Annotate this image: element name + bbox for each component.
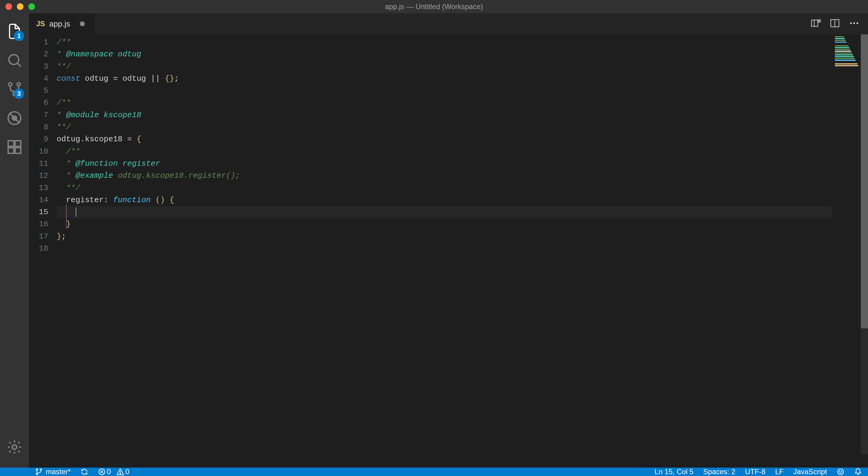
minimap-line bbox=[835, 40, 846, 41]
line-number: 14 bbox=[29, 194, 57, 206]
svg-point-17 bbox=[36, 469, 38, 470]
code-line[interactable]: * @function register bbox=[57, 158, 832, 169]
line-number-gutter: 123456789101112131415161718 bbox=[29, 34, 57, 454]
status-cursor-position[interactable]: Ln 15, Col 5 bbox=[655, 468, 693, 476]
minimap-line bbox=[835, 47, 849, 48]
code-line[interactable]: }; bbox=[57, 230, 832, 243]
line-number: 13 bbox=[29, 182, 57, 194]
smiley-icon bbox=[837, 468, 844, 476]
editor-actions bbox=[810, 13, 868, 34]
activity-source-control[interactable]: 3 bbox=[0, 75, 29, 104]
branch-name: master* bbox=[46, 468, 71, 476]
search-icon bbox=[6, 52, 23, 69]
svg-point-14 bbox=[850, 22, 852, 24]
tab-filename: app.js bbox=[49, 19, 70, 29]
titlebar: app.js — Untitled (Workspace) bbox=[0, 0, 868, 13]
code-line[interactable]: register: function () { bbox=[57, 194, 832, 206]
status-language[interactable]: JavaScript bbox=[793, 468, 827, 476]
status-eol[interactable]: LF bbox=[775, 468, 784, 476]
code-line[interactable] bbox=[57, 243, 832, 255]
svg-point-0 bbox=[9, 55, 19, 64]
minimap-line bbox=[835, 36, 844, 37]
code-line[interactable]: * @example odtug.kscope18.register(); bbox=[57, 169, 832, 182]
line-number: 8 bbox=[29, 121, 57, 133]
git-branch-icon bbox=[35, 468, 43, 476]
close-window-button[interactable] bbox=[5, 3, 12, 10]
line-number: 2 bbox=[29, 48, 57, 60]
svg-point-23 bbox=[839, 471, 840, 472]
svg-point-21 bbox=[120, 473, 121, 474]
minimap-line bbox=[835, 45, 848, 46]
window-title: app.js — Untitled (Workspace) bbox=[385, 2, 483, 11]
code-line[interactable]: /** bbox=[57, 97, 832, 109]
status-notifications[interactable] bbox=[854, 468, 862, 476]
error-count: 0 bbox=[107, 468, 111, 476]
code-area[interactable]: /*** @namespace odtug**/const odtug = od… bbox=[57, 34, 832, 454]
svg-point-10 bbox=[12, 445, 17, 449]
sync-icon bbox=[81, 468, 88, 476]
text-cursor bbox=[76, 208, 76, 217]
code-line[interactable]: odtug.kscope18 = { bbox=[57, 133, 832, 145]
split-editor-icon[interactable] bbox=[830, 18, 840, 30]
bracket-pair-guide bbox=[66, 204, 67, 229]
code-line[interactable]: * @module kscope18 bbox=[57, 109, 832, 121]
status-sync[interactable] bbox=[81, 468, 88, 476]
svg-rect-6 bbox=[8, 141, 14, 147]
code-line[interactable]: /** bbox=[57, 36, 832, 48]
status-encoding[interactable]: UTF-8 bbox=[745, 468, 766, 476]
activity-search[interactable] bbox=[0, 46, 29, 75]
tabs: JS app.js bbox=[29, 13, 868, 34]
activity-debug[interactable] bbox=[0, 104, 29, 132]
line-number: 16 bbox=[29, 218, 57, 230]
code-line[interactable]: **/ bbox=[57, 121, 832, 133]
code-line[interactable]: const odtug = odtug || {}; bbox=[57, 73, 832, 85]
code-line[interactable] bbox=[57, 85, 832, 97]
minimize-window-button[interactable] bbox=[17, 3, 24, 10]
line-number: 3 bbox=[29, 61, 57, 73]
more-actions-icon[interactable] bbox=[849, 18, 860, 30]
status-indentation[interactable]: Spaces: 2 bbox=[703, 468, 735, 476]
extensions-icon bbox=[6, 138, 23, 155]
code-line[interactable]: **/ bbox=[57, 182, 832, 194]
line-number: 4 bbox=[29, 73, 57, 85]
window-controls bbox=[5, 3, 35, 10]
explorer-badge: 1 bbox=[14, 31, 24, 41]
scrollbar-thumb[interactable] bbox=[861, 34, 868, 328]
code-line[interactable] bbox=[57, 206, 832, 218]
activity-explorer[interactable]: 1 bbox=[0, 17, 29, 46]
line-number: 15 bbox=[29, 206, 57, 218]
line-number: 12 bbox=[29, 169, 57, 182]
line-number: 10 bbox=[29, 146, 57, 158]
open-changes-icon[interactable] bbox=[810, 18, 821, 30]
activity-extensions[interactable] bbox=[0, 132, 29, 161]
status-branch[interactable]: master* bbox=[35, 468, 71, 476]
status-feedback[interactable] bbox=[837, 468, 844, 476]
minimap-line bbox=[835, 53, 852, 54]
code-line[interactable]: **/ bbox=[57, 61, 832, 73]
debug-icon bbox=[6, 110, 23, 127]
line-number: 1 bbox=[29, 36, 57, 48]
minimap-line bbox=[835, 63, 858, 64]
code-line[interactable]: /** bbox=[57, 146, 832, 158]
gear-icon bbox=[6, 439, 23, 455]
activitybar: 1 3 bbox=[0, 13, 29, 468]
status-problems[interactable]: 0 0 bbox=[98, 468, 130, 476]
svg-point-22 bbox=[838, 469, 844, 475]
zoom-window-button[interactable] bbox=[28, 3, 35, 10]
tab-app-js[interactable]: JS app.js bbox=[29, 13, 95, 34]
svg-point-16 bbox=[857, 22, 858, 24]
code-line[interactable]: * @namespace odtug bbox=[57, 48, 832, 60]
bell-icon bbox=[854, 468, 862, 476]
code-line[interactable]: } bbox=[57, 218, 832, 230]
minimap-line bbox=[835, 38, 845, 39]
statusbar: master* 0 0 Ln 15, Col 5 Spaces: 2 UTF-8… bbox=[29, 468, 868, 476]
minimap-line bbox=[835, 49, 850, 50]
editor-body[interactable]: 123456789101112131415161718 /*** @namesp… bbox=[29, 34, 868, 454]
vertical-scrollbar[interactable] bbox=[861, 34, 868, 454]
svg-point-19 bbox=[36, 473, 38, 475]
editor: JS app.js bbox=[29, 13, 868, 454]
svg-point-1 bbox=[9, 83, 12, 86]
svg-rect-8 bbox=[8, 148, 14, 153]
activity-settings[interactable] bbox=[0, 433, 29, 462]
minimap-line bbox=[835, 41, 846, 43]
